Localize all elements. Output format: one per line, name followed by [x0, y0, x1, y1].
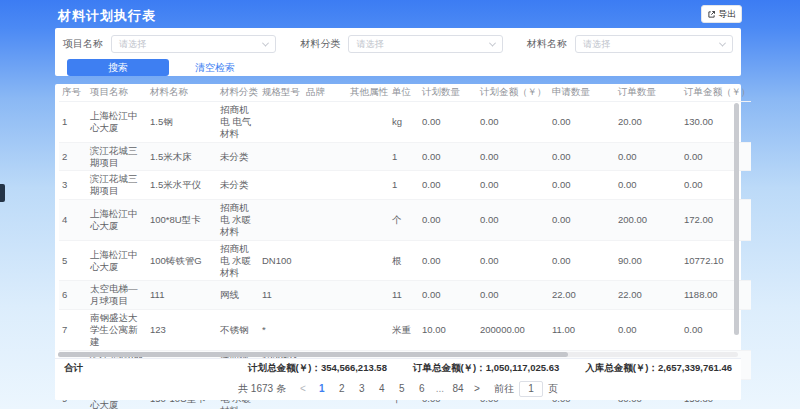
table-cell: 0.00 [419, 281, 477, 310]
table-cell: 上海松江中心大厦 [87, 200, 147, 241]
horizontal-scrollbar-thumb[interactable] [58, 352, 568, 357]
table-row[interactable]: 5上海松江中心大厦100铸铁管G招商机电 水暖材料DN100根0.000.000… [59, 240, 751, 281]
table-cell: 10772.10 [681, 240, 751, 281]
material-category-label: 材料分类 [300, 37, 340, 51]
table-cell: 130.00 [681, 102, 751, 143]
page-number-button[interactable]: 4 [376, 383, 388, 394]
material-category-select[interactable]: 请选择 [348, 35, 502, 53]
table-cell [347, 200, 389, 241]
column-header: 订单数量 [615, 84, 681, 102]
goto-suffix-label: 页 [548, 382, 558, 396]
page-number-button[interactable]: 1 [316, 383, 328, 394]
export-button[interactable]: 导出 [701, 5, 742, 23]
table-cell [303, 102, 347, 143]
page-number-button[interactable]: 5 [396, 383, 408, 394]
table-cell: 招商机电 水暖材料 [217, 200, 259, 241]
table-row[interactable]: 4上海松江中心大厦100*8U型卡招商机电 水暖材料个0.000.000.002… [59, 200, 751, 241]
table-cell: 200000.00 [477, 310, 549, 351]
table-cell: 172.00 [681, 200, 751, 241]
table-cell: 0.00 [419, 102, 477, 143]
column-header: 单位 [389, 84, 419, 102]
page-number-button[interactable]: 3 [356, 383, 368, 394]
table-cell: 太空电梯—月球项目 [87, 281, 147, 310]
table-cell: 111 [147, 281, 217, 310]
table-cell: 0.00 [419, 171, 477, 200]
table-cell [347, 240, 389, 281]
horizontal-scrollbar-track[interactable] [58, 352, 738, 357]
table-cell [347, 171, 389, 200]
table-cell [347, 281, 389, 310]
summary-totals: 计划总金额(￥)：354,566,213.58 订单总金额(￥)：1,050,1… [248, 362, 732, 375]
table-cell: 1.5米木床 [147, 142, 217, 171]
goto-page-input[interactable] [519, 381, 543, 397]
table-cell: 6 [59, 281, 87, 310]
table-cell: kg [389, 102, 419, 143]
table-cell: 90.00 [615, 240, 681, 281]
table-cell: 2 [59, 142, 87, 171]
next-page-button[interactable]: > [472, 383, 482, 394]
table-cell [303, 240, 347, 281]
material-name-select[interactable]: 请选择 [575, 35, 733, 53]
column-header: 材料分类 [217, 84, 259, 102]
table-cell: 5 [59, 240, 87, 281]
table-cell [259, 102, 303, 143]
page-number-button[interactable]: 6 [416, 383, 428, 394]
vertical-scrollbar-thumb[interactable] [734, 103, 739, 335]
table-cell [347, 310, 389, 351]
page-number-button[interactable]: 2 [336, 383, 348, 394]
table-cell: 上海松江中心大厦 [87, 240, 147, 281]
table-row[interactable]: 2滨江花城三期项目1.5米木床未分类10.000.000.000.000.00 [59, 142, 751, 171]
goto-prefix-label: 前往 [494, 382, 514, 396]
table-cell: 1 [389, 142, 419, 171]
summary-total-label: 合计 [64, 362, 83, 375]
table-cell: 滨江花城三期项目 [87, 142, 147, 171]
inbound-total-amount: 入库总金额(￥)：2,657,339,761.46 [585, 362, 732, 375]
table-cell: 招商机电 水暖材料 [217, 240, 259, 281]
project-name-label: 项目名称 [63, 37, 103, 51]
table-cell: 22.00 [549, 281, 615, 310]
table-cell [303, 142, 347, 171]
column-header: 品牌 [303, 84, 347, 102]
column-header: 材料名称 [147, 84, 217, 102]
order-total-amount: 订单总金额(￥)：1,050,117,025.63 [413, 362, 559, 375]
table-header-row: 序号项目名称材料名称材料分类规格型号品牌其他属性单位计划数量计划金额（￥）申请数… [59, 84, 751, 102]
table-cell: * [259, 310, 303, 351]
column-header: 订单金额（￥） [681, 84, 751, 102]
table-cell: 0.00 [549, 200, 615, 241]
table-cell: 0.00 [615, 171, 681, 200]
goto-page: 前往 页 [494, 381, 558, 397]
clear-search-link[interactable]: 清空检索 [195, 61, 235, 75]
table-cell: 7 [59, 310, 87, 351]
column-header: 计划金额（￥） [477, 84, 549, 102]
table-cell: 123 [147, 310, 217, 351]
column-header: 项目名称 [87, 84, 147, 102]
table-cell: 0.00 [549, 102, 615, 143]
table-row[interactable]: 6太空电梯—月球项目111网线11110.000.0022.0022.00118… [59, 281, 751, 310]
table-cell [303, 281, 347, 310]
table-cell: 0.00 [477, 102, 549, 143]
table-cell: 11.00 [549, 310, 615, 351]
search-button[interactable]: 搜索 [67, 59, 169, 76]
chevron-down-icon [489, 39, 496, 46]
table-cell: 未分类 [217, 171, 259, 200]
page-ellipsis: ... [436, 383, 444, 394]
table-cell: 未分类 [217, 142, 259, 171]
page-number-button[interactable]: 84 [452, 383, 464, 394]
table-cell: 1 [59, 102, 87, 143]
table-cell [259, 142, 303, 171]
table-row[interactable]: 1上海松江中心大厦1.5钢招商机电 电气材料kg0.000.000.0020.0… [59, 102, 751, 143]
table-row[interactable]: 7南钢盛达大学生公寓新建123不锈钢*米重10.00200000.0011.00… [59, 310, 751, 351]
table-cell: 0.00 [477, 142, 549, 171]
table-cell: 0.00 [477, 281, 549, 310]
table-cell: 100铸铁管G [147, 240, 217, 281]
table-cell: 0.00 [477, 171, 549, 200]
table-cell: 4 [59, 200, 87, 241]
table-cell [347, 102, 389, 143]
table-row[interactable]: 3滨江花城三期项目1.5米水平仪未分类10.000.000.000.000.00 [59, 171, 751, 200]
table-cell: 个 [389, 200, 419, 241]
project-name-select[interactable]: 请选择 [111, 35, 276, 53]
prev-page-button[interactable]: < [298, 383, 308, 394]
sidebar-collapse-handle[interactable] [0, 184, 5, 202]
table-cell [259, 200, 303, 241]
table-cell: 网线 [217, 281, 259, 310]
